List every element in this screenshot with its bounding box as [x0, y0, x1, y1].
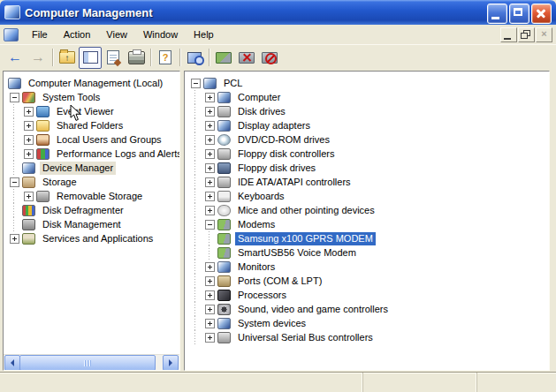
expander-plus[interactable]: [21, 132, 35, 147]
properties-button[interactable]: [102, 47, 125, 69]
expander-plus[interactable]: [7, 231, 21, 245]
menu-file[interactable]: File: [24, 26, 56, 42]
expander-minus[interactable]: [188, 76, 202, 90]
scrollbar-thumb[interactable]: [19, 355, 156, 371]
menu-window[interactable]: Window: [135, 26, 186, 42]
tree-item-performance-logs-and-alerts[interactable]: Performance Logs and Alerts: [4, 147, 179, 161]
tree-item-disk-drives[interactable]: Disk drives: [185, 104, 549, 118]
tree-item-label[interactable]: Processors: [235, 289, 289, 302]
tree-item-pcl[interactable]: PCL: [185, 76, 549, 90]
tree-item-computer[interactable]: Computer: [185, 90, 549, 104]
tree-item-modems[interactable]: Modems: [185, 217, 549, 231]
horizontal-scrollbar[interactable]: [4, 354, 179, 370]
mdi-minimize-button[interactable]: [500, 27, 517, 42]
expander-plus[interactable]: [21, 189, 35, 203]
tree-item-label[interactable]: Disk Management: [40, 218, 124, 231]
expander-plus[interactable]: [21, 147, 35, 161]
uninstall-device-button[interactable]: [258, 47, 281, 69]
tree-item-universal-serial-bus-controllers[interactable]: Universal Serial Bus controllers: [185, 330, 549, 344]
tree-item-label[interactable]: Disk Defragmenter: [40, 204, 126, 217]
tree-item-label[interactable]: Modems: [235, 218, 278, 231]
menu-action[interactable]: Action: [56, 26, 99, 42]
tree-item-event-viewer[interactable]: Event Viewer: [4, 104, 179, 118]
tree-item-label[interactable]: SmartUSB56 Voice Modem: [235, 246, 359, 260]
tree-item-label[interactable]: Display adapters: [235, 119, 313, 132]
expander-plus[interactable]: [202, 132, 217, 147]
tree-item-label[interactable]: Keyboards: [235, 190, 287, 203]
tree-item-label[interactable]: Performance Logs and Alerts: [54, 147, 179, 161]
tree-item-monitors[interactable]: Monitors: [185, 260, 549, 274]
tree-item-label[interactable]: Computer Management (Local): [26, 77, 165, 90]
tree-item-computer-management-local[interactable]: Computer Management (Local): [4, 76, 179, 90]
tree-item-label[interactable]: Computer: [235, 91, 283, 104]
minimize-button[interactable]: [487, 4, 507, 24]
mdi-close-button[interactable]: ×: [536, 27, 552, 42]
tree-item-label[interactable]: Removable Storage: [54, 190, 145, 203]
expander-plus[interactable]: [202, 189, 217, 203]
tree-item-label[interactable]: Shared Folders: [54, 119, 126, 132]
tree-item-ports-com-lpt[interactable]: Ports (COM & LPT): [185, 274, 549, 288]
tree-item-label[interactable]: System devices: [235, 317, 308, 330]
tree-item-services-and-applications[interactable]: Services and Applications: [4, 231, 179, 245]
tree-item-processors[interactable]: Processors: [185, 288, 549, 302]
tree-item-label[interactable]: Sound, video and game controllers: [235, 303, 391, 316]
maximize-button[interactable]: [509, 4, 529, 24]
tree-item-mice-and-other-pointing-devices[interactable]: Mice and other pointing devices: [185, 203, 549, 217]
expander-plus[interactable]: [202, 330, 217, 344]
menu-view[interactable]: View: [98, 26, 135, 42]
expander-plus[interactable]: [202, 161, 217, 175]
tree-item-label[interactable]: Floppy disk drives: [235, 162, 318, 175]
expander-plus[interactable]: [202, 175, 217, 189]
expander-plus[interactable]: [202, 90, 217, 104]
tree-item-label[interactable]: Ports (COM & LPT): [235, 275, 324, 288]
scroll-left-button[interactable]: [4, 355, 20, 371]
print-button[interactable]: [125, 47, 148, 69]
tree-item-label[interactable]: Samsung x100 GPRS MODEM: [235, 232, 376, 245]
tree-item-display-adapters[interactable]: Display adapters: [185, 118, 549, 132]
show-hide-tree-button[interactable]: [79, 47, 102, 69]
expander-plus[interactable]: [21, 118, 35, 132]
expander-plus[interactable]: [202, 147, 217, 161]
scan-hardware-button[interactable]: [183, 47, 206, 69]
expander-plus[interactable]: [202, 203, 217, 217]
tree-item-label[interactable]: DVD/CD-ROM drives: [235, 133, 332, 147]
tree-item-label[interactable]: Mice and other pointing devices: [235, 204, 377, 217]
tree-item-samsung-x100-gprs-modem[interactable]: Samsung x100 GPRS MODEM: [185, 231, 549, 245]
expander-plus[interactable]: [202, 288, 217, 302]
expander-plus[interactable]: [202, 274, 217, 288]
tree-item-label[interactable]: IDE ATA/ATAPI controllers: [235, 176, 354, 189]
expander-plus[interactable]: [202, 260, 217, 274]
expander-minus[interactable]: [7, 90, 21, 104]
close-button[interactable]: [531, 4, 552, 24]
disable-device-button[interactable]: [235, 47, 258, 69]
title-bar[interactable]: Computer Management: [0, 0, 556, 25]
tree-item-floppy-disk-controllers[interactable]: Floppy disk controllers: [185, 147, 549, 161]
tree-item-shared-folders[interactable]: Shared Folders: [4, 118, 179, 132]
menu-help[interactable]: Help: [186, 26, 222, 42]
tree-item-dvd-cd-rom-drives[interactable]: DVD/CD-ROM drives: [185, 132, 549, 147]
update-driver-button[interactable]: [212, 47, 235, 69]
help-button[interactable]: [154, 47, 177, 69]
tree-item-ide-ata-atapi-controllers[interactable]: IDE ATA/ATAPI controllers: [185, 175, 549, 189]
expander-plus[interactable]: [202, 316, 217, 330]
expander-plus[interactable]: [202, 302, 217, 316]
scroll-right-button[interactable]: [163, 355, 179, 371]
tree-item-label[interactable]: Universal Serial Bus controllers: [235, 331, 376, 344]
back-button[interactable]: [4, 47, 27, 69]
tree-item-label[interactable]: Monitors: [235, 260, 278, 274]
tree-item-smartusb56-voice-modem[interactable]: SmartUSB56 Voice Modem: [185, 245, 549, 260]
expander-minus[interactable]: [7, 175, 21, 189]
expander-plus[interactable]: [21, 104, 35, 118]
tree-item-label[interactable]: Device Manager: [40, 162, 116, 175]
tree-item-device-manager[interactable]: Device Manager: [4, 161, 179, 175]
tree-item-label[interactable]: PCL: [221, 77, 245, 90]
tree-item-floppy-disk-drives[interactable]: Floppy disk drives: [185, 161, 549, 175]
tree-item-label[interactable]: Storage: [40, 176, 80, 189]
tree-item-disk-management[interactable]: Disk Management: [4, 217, 179, 231]
tree-item-sound-video-and-game-controllers[interactable]: Sound, video and game controllers: [185, 302, 549, 316]
tree-item-system-tools[interactable]: System Tools: [4, 90, 179, 104]
tree-item-label[interactable]: Event Viewer: [54, 105, 117, 118]
tree-item-keyboards[interactable]: Keyboards: [185, 189, 549, 203]
forward-button[interactable]: [27, 47, 50, 69]
tree-item-system-devices[interactable]: System devices: [185, 316, 549, 330]
